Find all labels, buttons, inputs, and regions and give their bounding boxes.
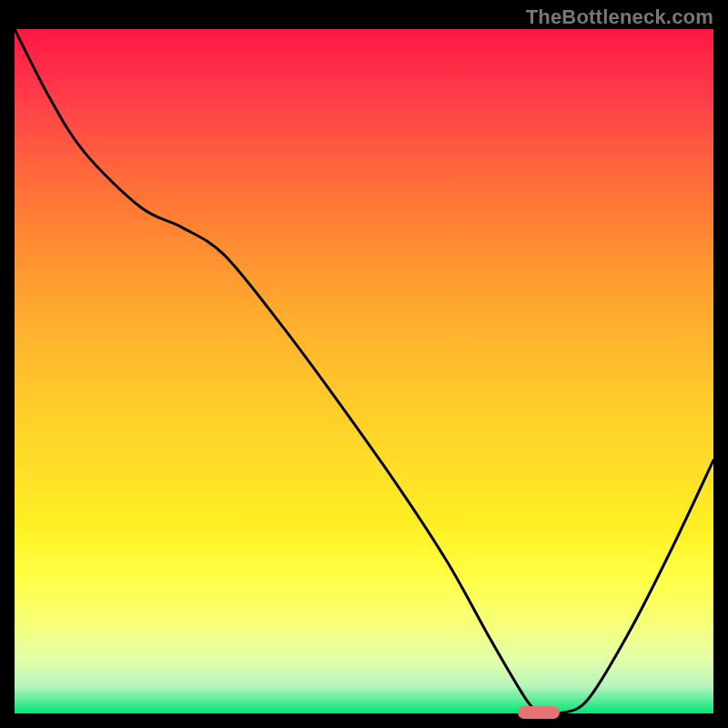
gradient-plot-area: [15, 29, 713, 713]
watermark-text: TheBottleneck.com: [526, 5, 713, 29]
optimal-marker: [518, 706, 560, 719]
